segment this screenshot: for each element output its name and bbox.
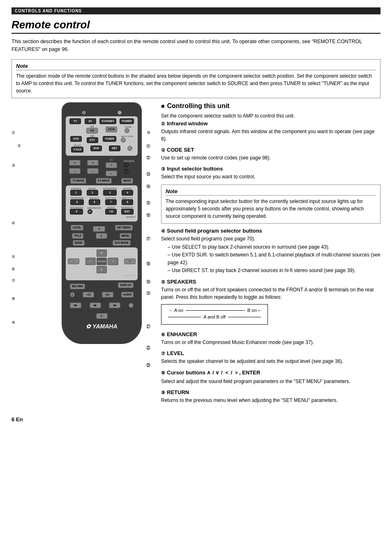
top-bar-label: CONTROLS AND FUNCTIONS bbox=[15, 9, 82, 13]
standard-btn[interactable]: 5 bbox=[70, 199, 84, 205]
arrow-corner: ⌐ bbox=[258, 308, 261, 313]
menu-btn[interactable]: MENU bbox=[120, 233, 131, 239]
tv-input-btn[interactable]: TV INPUT bbox=[96, 178, 112, 184]
enhancer-btn[interactable]: O bbox=[88, 209, 92, 214]
display-btn[interactable]: DISPLAY bbox=[118, 282, 134, 288]
preset-dn-btn[interactable]: ∨ bbox=[96, 233, 107, 239]
title-btn[interactable]: TITLE bbox=[72, 233, 83, 239]
note-text-2: The corresponding input selector button … bbox=[166, 198, 376, 220]
multi-ch-btn[interactable] bbox=[121, 138, 126, 143]
level-title: LEVEL bbox=[167, 350, 184, 356]
arrow-dn-btn[interactable]: ∨ bbox=[97, 266, 107, 273]
music-btn[interactable]: 2 bbox=[87, 190, 98, 196]
input-sel-title: Input selector buttons bbox=[167, 166, 223, 172]
tv-vol-minus[interactable]: – bbox=[69, 168, 81, 174]
dvd-btn[interactable]: DVD bbox=[70, 136, 82, 142]
av-btn[interactable]: AV bbox=[85, 118, 96, 124]
source-btn[interactable] bbox=[124, 162, 129, 167]
tv-btn2[interactable] bbox=[124, 169, 129, 174]
sound-field-text: Select sound field programs (see page 70… bbox=[161, 235, 380, 242]
callout-13: ⑬ bbox=[146, 171, 150, 177]
pty-seek-btn[interactable]: ⏭ bbox=[109, 302, 120, 308]
list-item-1: Use SELECT to play back 2-channel source… bbox=[168, 243, 380, 251]
forward-btn[interactable]: ▷▷ bbox=[102, 292, 113, 298]
edn-btn[interactable] bbox=[129, 303, 134, 308]
infrared-text: Outputs infrared control signals. Aim th… bbox=[161, 128, 380, 143]
section-cursor: ⑧ Cursor buttons ∧ / ∨ / ＜ / ＞, ENTER Se… bbox=[161, 369, 380, 385]
tv-vol-label: TV VOL bbox=[69, 166, 81, 168]
callout-4: ④ bbox=[12, 221, 15, 225]
3ch-mode-btn[interactable]: 3CH MODE bbox=[113, 240, 131, 246]
arrow-left-btn[interactable]: ＜ bbox=[85, 258, 96, 265]
input-sel-num: ③ bbox=[161, 166, 165, 172]
speakers-btn[interactable]: 9 bbox=[70, 209, 83, 215]
callout-23: ㉓ bbox=[146, 363, 150, 367]
direct-st-btn[interactable]: 8 bbox=[122, 199, 133, 205]
plus-btn[interactable]: + bbox=[124, 259, 136, 264]
callout-9: ⑨ bbox=[12, 320, 15, 325]
extd-sur-btn[interactable]: 7 bbox=[105, 199, 117, 205]
stereo-btn[interactable]: 1 bbox=[70, 190, 82, 196]
dvr-btn[interactable]: DVR bbox=[90, 145, 102, 151]
code-set-title: CODE SET bbox=[167, 147, 194, 153]
tuner-btn[interactable]: TUNER bbox=[103, 136, 116, 142]
arrow-up-btn[interactable]: ∧ bbox=[97, 249, 107, 257]
standby-btn[interactable]: STANDBY bbox=[99, 118, 116, 124]
callout-22: ㉒ bbox=[146, 346, 150, 350]
cursor-title: Cursor buttons ∧ / ∨ / ＜ / ＞, ENTER bbox=[167, 369, 260, 376]
movie-btn[interactable]: 4 bbox=[122, 190, 133, 196]
minus-btn[interactable]: – bbox=[68, 259, 79, 264]
select-btn[interactable]: 6 bbox=[89, 199, 100, 205]
mode-btn[interactable]: ⏭ bbox=[90, 302, 101, 308]
page-number: 6 En bbox=[12, 416, 380, 422]
arrow-right-btn[interactable]: ＞ bbox=[108, 258, 118, 265]
dtv-btn[interactable]: DTV bbox=[87, 137, 98, 143]
tv-mute-btn[interactable]: TV MUTE bbox=[70, 178, 86, 184]
rewind-btn[interactable]: ◁◁ bbox=[83, 292, 94, 298]
vol-minus[interactable]: – bbox=[106, 171, 117, 176]
return-btn[interactable]: RETURN bbox=[70, 284, 85, 289]
audio-btn[interactable]: AUDIO bbox=[121, 292, 134, 298]
transmit-label: TRANSMIT bbox=[113, 108, 126, 111]
mute-btn[interactable]: MUTE bbox=[121, 178, 133, 184]
net-btn[interactable]: NET bbox=[109, 145, 120, 151]
callout-1: ① bbox=[12, 130, 15, 135]
rec-btn[interactable]: ● bbox=[70, 292, 75, 297]
tv-vol-plus[interactable]: + bbox=[69, 160, 81, 166]
remote-body: CODE SET TRANSMIT bbox=[62, 102, 142, 344]
night-btn[interactable]: +10 bbox=[105, 209, 117, 215]
level-text: Selects the speaker channel to be adjust… bbox=[161, 358, 380, 365]
enter-btn[interactable]: ENTER bbox=[97, 258, 107, 265]
code-set-text: Use to set up remote control codes (see … bbox=[161, 154, 380, 162]
play-btn[interactable]: ▷ bbox=[96, 313, 108, 319]
md-label: MD bbox=[86, 125, 98, 128]
power-btn[interactable]: POWER bbox=[120, 118, 134, 124]
straight-btn[interactable]: ENT. bbox=[121, 209, 134, 215]
band-btn[interactable]: BAND bbox=[73, 240, 85, 246]
code-set-label: CODE SET bbox=[77, 108, 90, 111]
tv-ch-plus[interactable]: + bbox=[87, 160, 99, 166]
callout-15: ⑮ bbox=[146, 200, 150, 206]
entertain-btn[interactable]: 3 bbox=[103, 190, 117, 196]
section-input-selector: ③ Input selector buttons Select the inpu… bbox=[161, 166, 380, 180]
prev-btn[interactable]: ⏮ bbox=[70, 302, 81, 308]
tv-ch-minus[interactable]: – bbox=[87, 168, 99, 174]
freq-text-label: FREQ/TEXT bbox=[68, 309, 82, 312]
callout-5: ⑤ bbox=[12, 254, 15, 259]
b-on-label: B on bbox=[247, 308, 257, 313]
preset-up-btn[interactable]: ∧ bbox=[93, 226, 105, 232]
sound-field-title: Sound field program selector buttons bbox=[167, 228, 262, 234]
cd-btn[interactable]: CD bbox=[86, 128, 98, 134]
sleep-btn[interactable] bbox=[125, 128, 129, 133]
two-col-layout: CODE SET TRANSMIT bbox=[12, 102, 380, 409]
set-menu-btn[interactable]: SET MENU bbox=[115, 225, 133, 231]
v-aux-btn[interactable]: V-AUX bbox=[71, 147, 83, 152]
callout-18: ⑱ bbox=[146, 261, 150, 267]
cd-r-btn[interactable]: CD-R bbox=[106, 127, 117, 132]
tv-btn[interactable]: TV bbox=[69, 118, 81, 124]
level-btn[interactable]: LEVEL bbox=[71, 225, 83, 231]
extra-btn[interactable] bbox=[127, 146, 132, 151]
controlling-sub: Set the component selector switch to AMP… bbox=[161, 112, 380, 120]
speakers-num: ⑤ bbox=[161, 279, 165, 285]
vol-plus[interactable]: + bbox=[106, 162, 117, 168]
